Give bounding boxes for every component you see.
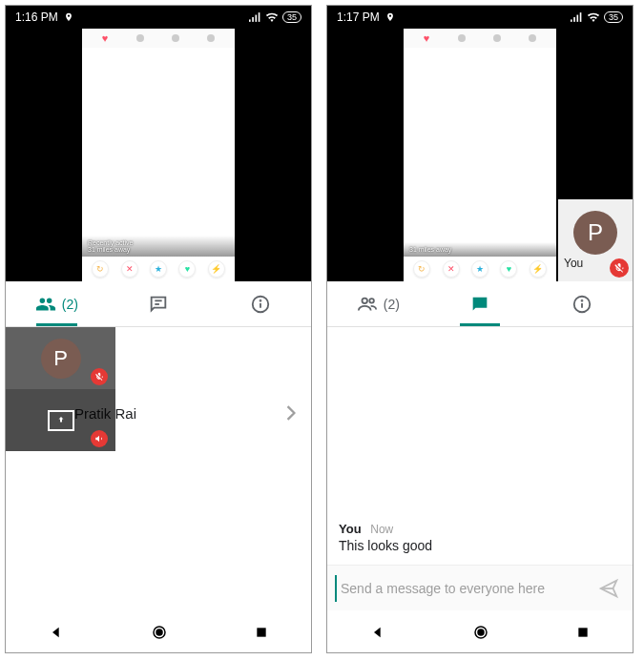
phone-right: 1:17 PM 35 ♥ 31 miles away <box>326 5 634 653</box>
swipe-buttons: ↻ ✕ ★ ♥ ⚡ <box>82 257 235 281</box>
rewind-icon: ↻ <box>92 260 109 278</box>
self-label: You <box>558 257 583 270</box>
status-time: 1:16 PM <box>15 10 58 24</box>
phone-left: 1:16 PM 35 ♥ Recently active 31 mile <box>5 5 312 653</box>
tab-people[interactable]: (2) <box>327 281 429 326</box>
svg-rect-12 <box>571 19 572 21</box>
tab-dot-icon <box>458 34 466 42</box>
self-video-tile[interactable]: P You <box>558 199 633 281</box>
flame-icon: ♥ <box>424 32 430 44</box>
superlike-icon: ★ <box>150 260 167 278</box>
wifi-icon <box>587 12 600 22</box>
profile-distance: 31 miles away <box>409 246 551 253</box>
message-time: Now <box>370 523 393 536</box>
message-list[interactable]: You Now This looks good <box>327 327 633 565</box>
message-sender: You <box>339 522 362 536</box>
tab-bar: (2) <box>6 281 311 327</box>
shared-app-content: ♥ Recently active 31 miles away ↻ ✕ ★ ♥ … <box>82 29 235 281</box>
superlike-icon: ★ <box>471 260 488 278</box>
svg-rect-24 <box>578 628 587 636</box>
tab-bar: (2) <box>327 281 633 327</box>
flame-icon: ♥ <box>102 32 109 44</box>
shared-screen-area: ♥ Recently active 31 miles away ↻ ✕ ★ ♥ … <box>6 29 311 281</box>
tab-dot-icon <box>207 34 215 42</box>
nav-recents-icon[interactable] <box>255 626 268 639</box>
avatar: P <box>41 339 81 379</box>
battery-icon: 35 <box>282 11 301 23</box>
svg-point-23 <box>478 629 484 635</box>
preview-self-tile[interactable]: P <box>6 327 115 389</box>
svg-rect-2 <box>255 15 257 22</box>
android-nav-bar <box>327 610 633 652</box>
tab-info[interactable] <box>209 281 311 326</box>
info-icon <box>250 294 271 315</box>
tab-dot-icon <box>493 34 501 42</box>
svg-point-17 <box>369 299 374 303</box>
muted-icon <box>91 368 108 385</box>
chat-icon <box>469 294 490 315</box>
people-panel: Pratik Rai P <box>6 327 311 610</box>
message-item: You Now This looks good <box>339 522 621 553</box>
compose-bar <box>327 565 633 610</box>
location-icon <box>385 12 395 22</box>
nope-icon: ✕ <box>443 260 460 278</box>
nav-home-icon[interactable] <box>151 624 168 641</box>
battery-icon: 35 <box>604 11 623 23</box>
send-icon <box>598 578 619 599</box>
rewind-icon: ↻ <box>413 260 430 278</box>
status-bar: 1:17 PM 35 <box>327 6 633 29</box>
svg-rect-3 <box>259 12 260 22</box>
svg-rect-0 <box>249 19 251 21</box>
boost-icon: ⚡ <box>530 260 547 278</box>
tab-chat[interactable] <box>429 281 531 326</box>
message-body: This looks good <box>339 538 621 553</box>
location-icon <box>64 12 73 22</box>
people-count: (2) <box>62 297 78 312</box>
svg-rect-14 <box>576 15 578 22</box>
chevron-right-icon <box>286 405 296 421</box>
nav-back-icon[interactable] <box>49 625 64 640</box>
wifi-icon <box>265 12 279 22</box>
signal-icon <box>571 12 583 22</box>
chat-icon <box>148 294 169 315</box>
tab-dot-icon <box>172 34 179 42</box>
shared-screen-area: ♥ 31 miles away ↻ ✕ ★ ♥ ⚡ P You <box>327 29 633 281</box>
tab-people[interactable]: (2) <box>6 281 108 326</box>
tab-info[interactable] <box>530 281 633 326</box>
nope-icon: ✕ <box>121 260 138 278</box>
tab-chat[interactable] <box>108 281 210 326</box>
people-icon <box>35 294 56 315</box>
profile-caption: Recently active 31 miles away <box>82 236 235 257</box>
svg-rect-13 <box>573 17 575 22</box>
nav-home-icon[interactable] <box>472 624 489 641</box>
muted-icon <box>91 430 108 447</box>
swipe-buttons: ↻ ✕ ★ ♥ ⚡ <box>404 257 556 281</box>
svg-point-20 <box>581 299 582 300</box>
people-count: (2) <box>384 297 400 312</box>
nav-back-icon[interactable] <box>370 625 385 640</box>
message-input[interactable] <box>335 575 592 602</box>
svg-point-10 <box>156 629 162 635</box>
boost-icon: ⚡ <box>208 260 225 278</box>
tab-dot-icon <box>529 34 536 42</box>
profile-distance: 31 miles away <box>88 246 229 253</box>
shared-app-content: ♥ 31 miles away ↻ ✕ ★ ♥ ⚡ <box>404 29 556 281</box>
avatar: P <box>573 211 617 255</box>
status-time: 1:17 PM <box>337 10 380 24</box>
screen-share-icon <box>48 410 74 431</box>
send-button[interactable] <box>592 572 625 605</box>
people-icon <box>357 294 378 315</box>
preview-sharing-tile[interactable] <box>6 389 115 451</box>
profile-caption: 31 miles away <box>404 242 556 257</box>
shared-app-topbar: ♥ <box>82 29 235 48</box>
svg-point-8 <box>260 299 260 300</box>
status-bar: 1:16 PM 35 <box>6 6 311 29</box>
chat-panel: You Now This looks good <box>327 327 633 610</box>
android-nav-bar <box>6 610 311 652</box>
info-icon <box>571 294 592 315</box>
svg-rect-1 <box>252 17 254 22</box>
participant-preview-overlay: P <box>6 327 115 451</box>
muted-icon <box>610 258 629 278</box>
like-icon: ♥ <box>500 260 517 278</box>
nav-recents-icon[interactable] <box>576 626 590 639</box>
